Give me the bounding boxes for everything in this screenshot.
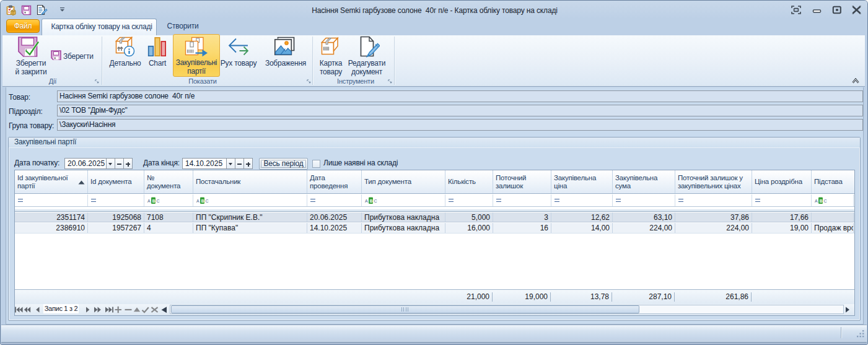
svg-text:A: A <box>365 199 368 203</box>
svg-text:B: B <box>152 199 156 203</box>
svg-text:C: C <box>374 199 377 203</box>
svg-text:A: A <box>196 199 199 203</box>
svg-text:B: B <box>370 199 373 203</box>
svg-text:C: C <box>206 199 209 203</box>
svg-text:A: A <box>147 199 151 203</box>
svg-text:C: C <box>824 199 827 203</box>
svg-text:B: B <box>820 199 823 203</box>
svg-text:A: A <box>815 199 818 203</box>
svg-text:B: B <box>201 199 204 203</box>
svg-text:C: C <box>157 199 160 203</box>
